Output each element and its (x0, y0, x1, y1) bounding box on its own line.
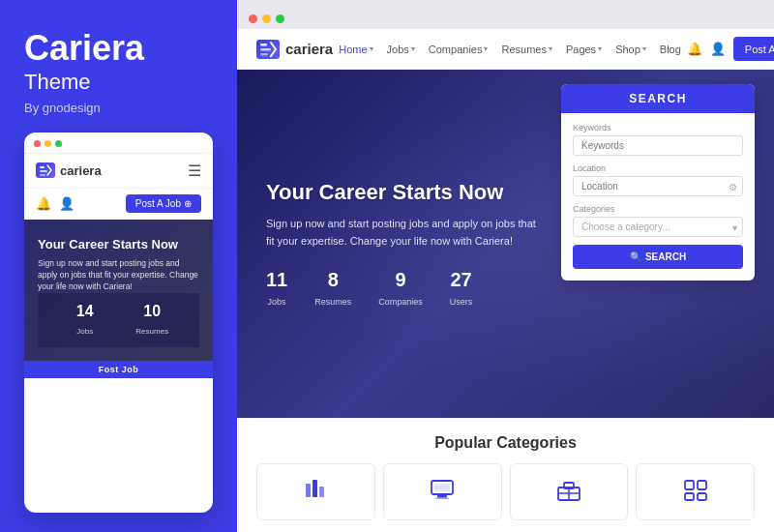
site-nav-actions: 🔔 👤 Post A Job ⊕ (687, 37, 774, 61)
svg-rect-20 (698, 493, 706, 500)
home-chevron-icon: ▾ (370, 44, 373, 53)
post-job-nav-label: Post A Job (745, 44, 774, 55)
svg-rect-3 (260, 44, 267, 46)
popular-categories-title: Popular Categories (256, 434, 755, 452)
mobile-logo-text: cariera (60, 163, 102, 178)
category-card-design[interactable] (256, 463, 375, 520)
hero-content: Your Career Starts Now Sign up now and s… (237, 70, 774, 418)
hero-stat-companies: 9 Companies (378, 269, 423, 309)
mobile-logo-icon (36, 163, 55, 178)
nav-user-icon[interactable]: 👤 (710, 42, 726, 56)
mobile-stat-jobs-num: 14 (51, 303, 119, 320)
mobile-mockup: cariera ☰ 🔔 👤 Post A Job ⊕ Your Career S… (24, 133, 213, 513)
site-logo-text: cariera (285, 41, 333, 57)
category-card-finance[interactable] (636, 463, 755, 520)
mobile-stat-resumes: 10 Resumes (119, 303, 187, 338)
tech-category-icon (429, 476, 456, 508)
hero-stats: 11 Jobs 8 Resumes 9 Companies 27 Users (266, 269, 745, 309)
svg-rect-5 (260, 53, 268, 56)
hero-stat-jobs-num: 11 (266, 269, 287, 291)
post-job-nav-button[interactable]: Post A Job ⊕ (733, 37, 774, 61)
hero-stat-companies-label: Companies (378, 297, 423, 307)
mobile-stat-jobs: 14 Jobs (51, 303, 119, 338)
hero-stat-users-num: 27 (450, 269, 473, 291)
mobile-top-bar (24, 133, 213, 154)
pages-chevron-icon: ▾ (598, 44, 602, 53)
hero-stat-companies-num: 9 (378, 269, 423, 291)
browser-dot-red (249, 15, 257, 23)
svg-rect-19 (685, 493, 694, 500)
hero-stat-users: 27 Users (450, 269, 473, 309)
browser-chrome (237, 0, 774, 29)
brand-title: Cariera (24, 29, 213, 68)
mobile-stats: 14 Jobs 10 Resumes (38, 293, 199, 347)
site-logo-icon (256, 40, 280, 59)
mobile-post-job-button[interactable]: Post A Job ⊕ (126, 194, 201, 213)
hero-stat-resumes: 8 Resumes (314, 269, 351, 309)
brand-by: By gnodesign (24, 101, 213, 115)
site-menu-jobs[interactable]: Jobs▾ (381, 40, 421, 59)
hero-stat-users-label: Users (450, 297, 473, 307)
site-logo: cariera (256, 40, 333, 59)
category-card-tech[interactable] (383, 463, 502, 520)
finance-category-icon (682, 476, 709, 508)
shop-chevron-icon: ▾ (642, 44, 646, 53)
svg-rect-17 (685, 481, 694, 489)
user-icon[interactable]: 👤 (59, 196, 74, 211)
companies-chevron-icon: ▾ (484, 44, 488, 53)
hero-stat-resumes-label: Resumes (314, 297, 351, 307)
jobs-chevron-icon: ▾ (411, 44, 415, 53)
site-hero: Your Career Starts Now Sign up now and s… (237, 70, 774, 418)
hero-stat-jobs: 11 Jobs (266, 269, 287, 309)
svg-rect-11 (435, 498, 449, 500)
site-menu-companies[interactable]: Companies▾ (423, 40, 494, 59)
site-nav: cariera Home▾ Jobs▾ Companies▾ Resumes▾ … (237, 29, 774, 70)
category-card-business[interactable] (510, 463, 629, 520)
mobile-post-job-label: Post A Job (135, 198, 181, 209)
mobile-stat-resumes-label: Resumes (135, 327, 168, 336)
svg-rect-7 (313, 480, 317, 497)
mobile-hero: Your Career Starts Now Sign up now and s… (24, 220, 213, 362)
mobile-nav: cariera ☰ (24, 154, 213, 189)
site-menu-shop[interactable]: Shop▾ (610, 40, 652, 59)
site-bottom: Popular Categories (237, 418, 774, 532)
mobile-dot-yellow (45, 140, 51, 147)
website-preview: cariera Home▾ Jobs▾ Companies▾ Resumes▾ … (237, 29, 774, 532)
mobile-dot-green (55, 140, 62, 147)
design-category-icon (302, 476, 329, 508)
mobile-hero-title: Your Career Starts Now (38, 237, 199, 253)
mobile-stat-resumes-num: 10 (119, 303, 187, 320)
hamburger-icon[interactable]: ☰ (188, 162, 201, 180)
brand-subtitle: Theme (24, 70, 213, 95)
nav-bell-icon[interactable]: 🔔 (687, 42, 702, 56)
business-category-icon (555, 476, 582, 508)
mobile-dots (34, 140, 62, 147)
site-menu-blog[interactable]: Blog (654, 40, 687, 59)
svg-rect-0 (40, 166, 45, 168)
svg-rect-12 (434, 484, 450, 491)
hero-stat-resumes-num: 8 (314, 269, 351, 291)
browser-dot-yellow (262, 15, 271, 23)
post-job-icon: ⊕ (184, 198, 192, 209)
svg-rect-1 (40, 170, 47, 172)
hero-stat-jobs-label: Jobs (268, 297, 286, 307)
browser-dot-green (276, 15, 284, 23)
svg-rect-18 (698, 481, 706, 489)
hero-subtitle: Sign up now and start posting jobs and a… (266, 216, 537, 250)
right-panel: cariera Home▾ Jobs▾ Companies▾ Resumes▾ … (237, 0, 774, 532)
resumes-chevron-icon: ▾ (549, 44, 552, 53)
svg-rect-10 (437, 495, 447, 498)
categories-grid (256, 463, 755, 520)
hero-title: Your Career Starts Now (266, 179, 745, 207)
mobile-dot-red (34, 140, 41, 147)
bell-icon[interactable]: 🔔 (36, 196, 51, 211)
svg-rect-4 (260, 48, 271, 51)
svg-rect-8 (319, 487, 324, 497)
site-menu-resumes[interactable]: Resumes▾ (495, 40, 557, 59)
site-menu-home[interactable]: Home▾ (333, 40, 378, 59)
mobile-hero-content: Your Career Starts Now Sign up now and s… (38, 237, 199, 294)
site-menu-pages[interactable]: Pages▾ (560, 40, 608, 59)
mobile-logo: cariera (36, 163, 102, 178)
left-panel: Cariera Theme By gnodesign (0, 0, 237, 532)
svg-rect-2 (40, 174, 45, 176)
